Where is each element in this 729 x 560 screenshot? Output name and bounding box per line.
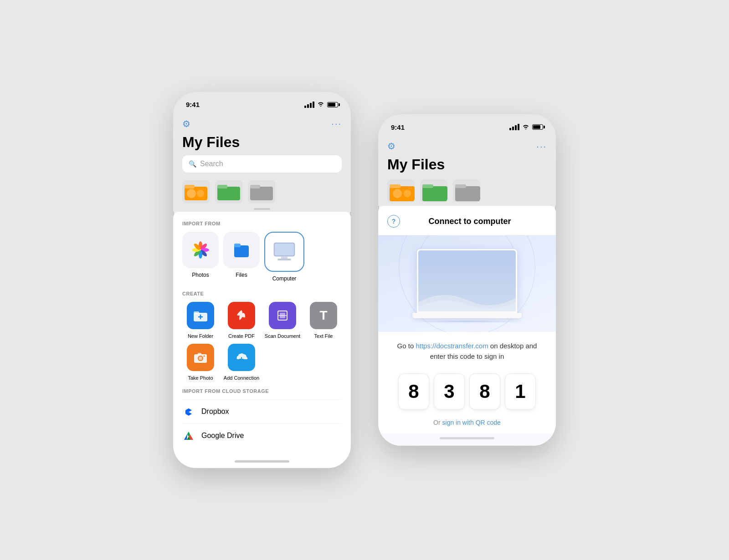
create-grid: New Folder Create PDF (182, 302, 342, 382)
folder-thumb-2[interactable] (215, 180, 242, 203)
folder-thumb-1[interactable] (182, 180, 210, 203)
scan-document-label: Scan Document (265, 333, 300, 339)
dropbox-item[interactable]: Dropbox (182, 399, 342, 423)
svg-rect-36 (198, 353, 201, 355)
import-computer-item[interactable]: Computer (264, 232, 304, 282)
svg-point-37 (204, 356, 205, 357)
svg-point-3 (187, 189, 196, 198)
laptop-illustration (417, 249, 517, 323)
svg-rect-53 (422, 186, 447, 201)
scroll-indicator-1 (173, 205, 351, 212)
svg-rect-57 (455, 184, 466, 188)
text-file-item[interactable]: T Text File (305, 302, 342, 339)
qr-link-row: Or sign in with QR code (378, 417, 556, 433)
code-digit-2: 3 (434, 373, 465, 410)
google-drive-item[interactable]: Google Drive (182, 423, 342, 448)
nav-bar-1: ⚙ ··· (173, 115, 351, 134)
computer-label: Computer (272, 275, 297, 282)
svg-rect-23 (275, 244, 294, 255)
import-section-label: IMPORT FROM (182, 221, 342, 226)
new-folder-label: New Folder (188, 333, 213, 339)
folder-thumb-p2-3[interactable] (453, 179, 480, 202)
text-file-icon: T (310, 302, 337, 329)
import-files-item[interactable]: Files (223, 232, 260, 282)
qr-link[interactable]: sign in with QR code (442, 419, 501, 426)
wifi-icon-2 (522, 124, 529, 131)
svg-rect-49 (390, 184, 400, 188)
code-digit-1: 8 (398, 373, 429, 410)
instructions-text: Go to https://docstransfer.com on deskto… (392, 341, 542, 361)
folder-thumb-p2-2[interactable] (420, 179, 447, 202)
add-connection-item[interactable]: Add Connection (223, 344, 260, 381)
scan-document-icon (269, 302, 296, 329)
take-photo-icon (187, 344, 214, 371)
connect-modal: ? Connect to computer (378, 206, 556, 446)
code-row: 8 3 8 1 (378, 366, 556, 417)
files-icon (223, 232, 260, 268)
google-drive-label: Google Drive (201, 432, 244, 440)
search-placeholder-1: Search (200, 160, 223, 168)
svg-point-50 (393, 189, 402, 198)
settings-icon-1[interactable]: ⚙ (182, 118, 190, 129)
laptop-shadow (408, 320, 526, 323)
home-indicator-2 (378, 433, 556, 446)
search-bar-1: 🔍 Search (173, 155, 351, 178)
signal-icon-1 (304, 102, 314, 108)
search-input-1[interactable]: 🔍 Search (182, 155, 342, 173)
svg-point-51 (404, 190, 411, 197)
search-icon-1: 🔍 (189, 160, 196, 168)
scan-document-item[interactable]: Scan Document (264, 302, 301, 339)
svg-rect-54 (422, 184, 433, 188)
add-connection-icon (228, 344, 255, 371)
more-icon-1[interactable]: ··· (331, 118, 342, 129)
page-title-1: My Files (182, 134, 342, 151)
docstransfer-link[interactable]: https://docstransfer.com (416, 342, 488, 350)
folder-row-2 (378, 178, 556, 206)
laptop-base (412, 313, 522, 318)
help-button[interactable]: ? (387, 215, 400, 228)
page-title-area-1: My Files (173, 134, 351, 155)
new-folder-icon (187, 302, 214, 329)
svg-rect-7 (217, 185, 227, 188)
svg-rect-56 (455, 186, 480, 201)
dropbox-label: Dropbox (201, 407, 229, 416)
laptop-screen (417, 249, 517, 313)
create-pdf-item[interactable]: Create PDF (223, 302, 260, 339)
connect-title: Connect to computer (406, 217, 547, 226)
folder-thumb-3[interactable] (248, 180, 275, 203)
computer-icon (264, 232, 304, 272)
laptop-illustration-area (378, 235, 556, 332)
text-file-label: Text File (314, 333, 333, 339)
dropbox-icon (182, 405, 195, 418)
phone-1: 9:41 ⚙ ··· My Files 🔍 Search (173, 92, 351, 468)
status-icons-1 (304, 101, 338, 108)
add-connection-label: Add Connection (224, 375, 259, 381)
photos-label: Photos (192, 272, 209, 278)
folder-thumb-p2-1[interactable] (387, 179, 415, 202)
signal-icon-2 (509, 124, 519, 130)
status-time-1: 9:41 (186, 101, 200, 108)
bottom-sheet-1: IMPORT FROM (173, 212, 351, 457)
connect-header: ? Connect to computer (378, 206, 556, 235)
import-photos-item[interactable]: Photos (182, 232, 219, 282)
home-indicator-1 (173, 457, 351, 468)
svg-rect-21 (234, 244, 241, 247)
page-title-area-2: My Files (378, 156, 556, 178)
svg-rect-24 (281, 256, 287, 259)
more-icon-2[interactable]: ··· (536, 141, 547, 152)
folder-row-1 (173, 178, 351, 205)
create-pdf-icon (228, 302, 255, 329)
svg-rect-10 (250, 185, 260, 188)
svg-rect-25 (277, 259, 291, 260)
svg-rect-6 (217, 187, 240, 200)
settings-icon-2[interactable]: ⚙ (387, 141, 395, 152)
svg-rect-27 (194, 311, 199, 314)
cloud-list: Dropbox Google Drive (182, 399, 342, 448)
svg-rect-2 (185, 185, 195, 188)
cloud-section-label: IMPORT FROM CLOUD STORAGE (182, 388, 342, 394)
create-new-folder-item[interactable]: New Folder (182, 302, 219, 339)
wifi-icon-1 (317, 101, 324, 108)
take-photo-item[interactable]: Take Photo (182, 344, 219, 381)
photos-icon (182, 232, 219, 268)
files-label: Files (236, 272, 247, 278)
